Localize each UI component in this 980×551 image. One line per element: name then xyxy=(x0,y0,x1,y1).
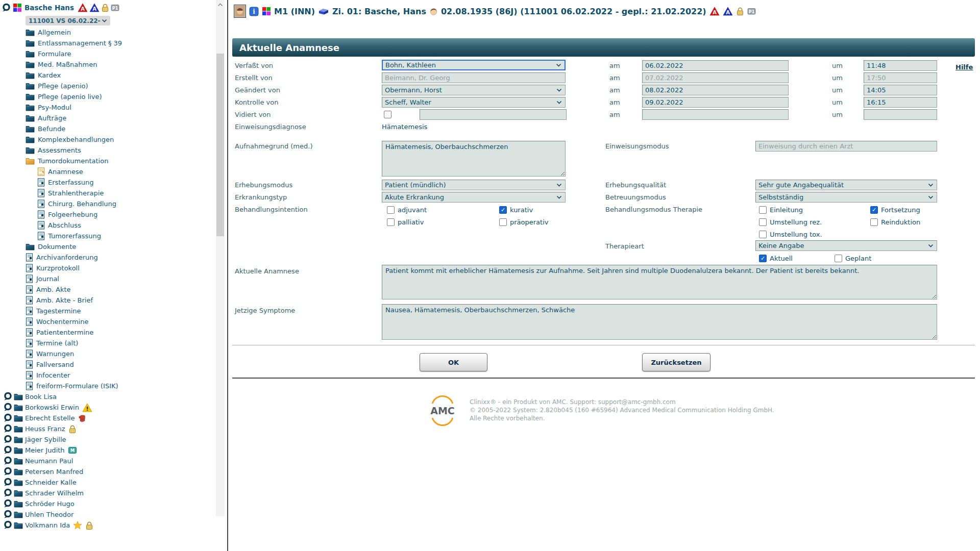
patient-row-petersen-manfred[interactable]: Petersen Manfred xyxy=(0,466,216,477)
sidebar-item-dokumente[interactable]: Dokumente xyxy=(0,241,216,252)
checkbox-palliativ[interactable]: palliativ xyxy=(387,218,424,226)
sidebar-item-patiententermine[interactable]: Patiententermine xyxy=(0,327,216,338)
sidebar-item-amb-akte-brief[interactable]: Amb. Akte - Brief xyxy=(0,295,216,306)
sidebar-item-strahlentherapie[interactable]: Strahlentherapie xyxy=(0,188,216,198)
am-label: am xyxy=(609,86,620,94)
sidebar-item-allgemein[interactable]: Allgemein xyxy=(0,27,216,38)
patient-row-ebrecht-estelle[interactable]: Ebrecht Estelle xyxy=(0,413,216,423)
sidebar-divider xyxy=(227,0,228,551)
aktuelle-anamnese-textarea[interactable] xyxy=(382,265,937,299)
patient-row-uhlen-theodor[interactable]: Uhlen Theodor xyxy=(0,509,216,520)
sidebar-item-label: Formulare xyxy=(38,50,71,58)
checkbox-umstellung-tox[interactable]: Umstellung tox. xyxy=(759,230,822,238)
checkbox-aktuell[interactable]: Aktuell xyxy=(759,254,793,262)
jetzige-symptome-textarea[interactable] xyxy=(382,304,937,340)
verfasst-select[interactable]: Bohn, Kathleen xyxy=(382,60,566,70)
folder-icon xyxy=(14,479,23,486)
patient-photo-icon[interactable] xyxy=(234,5,246,18)
betreuungsmodus-select[interactable]: Selbstständig xyxy=(755,192,937,203)
sidebar-item-kardex[interactable]: Kardex xyxy=(0,70,216,81)
sidebar-item-journal[interactable]: Journal xyxy=(0,273,216,284)
checkbox-kurativ[interactable]: kurativ xyxy=(499,206,533,214)
vidiert-date-input[interactable] xyxy=(642,109,789,120)
ok-button[interactable]: OK xyxy=(420,353,487,371)
sidebar-item-warnungen[interactable]: Warnungen xyxy=(0,348,216,359)
sidebar-item-termine-alt[interactable]: Termine (alt) xyxy=(0,338,216,348)
sidebar-item-wochentermine[interactable]: Wochentermine xyxy=(0,316,216,327)
sidebar-item-tumordokumentation[interactable]: Tumordokumentation xyxy=(0,156,216,166)
patient-row-neumann-paul[interactable]: Neumann Paul xyxy=(0,456,216,466)
sidebar-item-kurzprotokoll[interactable]: Kurzprotokoll xyxy=(0,263,216,273)
checkbox-adjuvant[interactable]: adjuvant xyxy=(387,206,427,214)
sidebar-item-befunde[interactable]: Befunde xyxy=(0,123,216,134)
patient-row-schneider-kalle[interactable]: Schneider Kalle xyxy=(0,477,216,488)
checkbox-fortsetzung[interactable]: Fortsetzung xyxy=(870,206,920,214)
geaendert-select[interactable]: Obermann, Horst xyxy=(382,85,566,95)
sidebar-item-archivanforderung[interactable]: Archivanforderung xyxy=(0,252,216,263)
patient-name: Jäger Sybille xyxy=(25,436,66,443)
folder-icon xyxy=(26,146,35,154)
help-link[interactable]: Hilfe xyxy=(955,63,973,71)
vidiert-time-input[interactable] xyxy=(864,109,937,120)
case-selector-dropdown[interactable]: 111001 VS 06.02.22- xyxy=(26,16,110,26)
sidebar-item-chirurg-behandlung[interactable]: Chirurg. Behandlung xyxy=(0,198,216,209)
sidebar-item-ersterfassung[interactable]: Ersterfassung xyxy=(0,177,216,188)
color-grid-icon[interactable] xyxy=(262,7,271,16)
verfasst-date-input[interactable] xyxy=(642,60,789,71)
checkbox-praeoperativ[interactable]: präoperativ xyxy=(499,218,548,226)
scrollbar-thumb[interactable] xyxy=(216,54,224,236)
patient-row-book-lisa[interactable]: Book Lisa xyxy=(0,391,216,402)
checkbox-einleitung[interactable]: Einleitung xyxy=(759,206,803,214)
sidebar-item-abschluss[interactable]: Abschluss xyxy=(0,220,216,231)
sidebar-item-psy-modul[interactable]: Psy-Modul xyxy=(0,102,216,113)
sidebar-item-komplexbehandlungen[interactable]: Komplexbehandlungen xyxy=(0,134,216,145)
patient-row-jäger-sybille[interactable]: Jäger Sybille xyxy=(0,434,216,445)
sidebar-item-tumorerfassung[interactable]: Tumorerfassung xyxy=(0,231,216,241)
sidebar-item-label: freiform-Formulare (ISIK) xyxy=(36,382,118,390)
sidebar-item-entlassmanagement-39[interactable]: Entlassmanagement § 39 xyxy=(0,38,216,48)
aufnahmegrund-textarea[interactable] xyxy=(382,141,566,177)
vidiert-label: Vidiert von xyxy=(235,111,271,118)
therapieart-select[interactable]: Keine Angabe xyxy=(755,240,937,251)
sidebar-item-folgeerhebung[interactable]: Folgeerhebung xyxy=(0,209,216,220)
checkbox-umstellung-rez[interactable]: Umstellung rez. xyxy=(759,218,822,226)
kontrolle-time-input[interactable] xyxy=(864,97,937,108)
kontrolle-select[interactable]: Scheff, Walter xyxy=(382,97,566,108)
patient-row-volkmann-ida[interactable]: Volkmann Ida xyxy=(0,520,216,531)
sidebar-item-med-maßnahmen[interactable]: Med. Maßnahmen xyxy=(0,59,216,70)
erhebungsmodus-select[interactable]: Patient (mündlich) xyxy=(382,180,566,190)
erkrankungstyp-select[interactable]: Akute Erkrankung xyxy=(382,192,566,203)
info-icon[interactable]: i xyxy=(249,7,259,16)
scroll-up-button[interactable] xyxy=(216,0,225,9)
sidebar-scrollbar[interactable] xyxy=(216,0,225,516)
allergy-warning-icon[interactable]: A xyxy=(709,7,720,16)
geaendert-time-input[interactable] xyxy=(864,85,937,95)
sidebar-item-fallversand[interactable]: Fallversand xyxy=(0,359,216,370)
geaendert-date-input[interactable] xyxy=(642,85,789,95)
reset-button[interactable]: Zurücksetzen xyxy=(642,353,710,371)
attention-warning-icon[interactable]: A xyxy=(723,7,733,16)
vidiert-checkbox[interactable] xyxy=(384,110,391,118)
sidebar-item-pflege-apenio-live[interactable]: Pflege (apenio live) xyxy=(0,91,216,102)
sidebar-item-freiform-formulare-isik[interactable]: freiform-Formulare (ISIK) xyxy=(0,381,216,391)
sidebar-patient-header[interactable]: Basche Hans A A P1 xyxy=(0,2,216,14)
patient-row-heuss-franz[interactable]: Heuss Franz xyxy=(0,423,216,434)
sidebar-item-amb-akte[interactable]: Amb. Akte xyxy=(0,284,216,295)
kontrolle-date-input[interactable] xyxy=(642,97,789,108)
erhebungsqualitaet-select[interactable]: Sehr gute Angabequalität xyxy=(755,180,937,190)
checkbox-geplant[interactable]: Geplant xyxy=(835,254,871,262)
sidebar-item-formulare[interactable]: Formulare xyxy=(0,48,216,59)
patient-row-borkowski-erwin[interactable]: Borkowski Erwin! xyxy=(0,402,216,413)
verfasst-time-input[interactable] xyxy=(864,60,937,71)
sidebar-item-infocenter[interactable]: Infocenter xyxy=(0,370,216,381)
sidebar-item-aufträge[interactable]: Aufträge xyxy=(0,113,216,123)
sidebar-item-anamnese[interactable]: Anamnese xyxy=(0,166,216,177)
patient-row-schrader-wilhelm[interactable]: Schrader Wilhelm xyxy=(0,488,216,498)
patient-row-meier-judith[interactable]: Meier JudithM xyxy=(0,445,216,456)
sidebar-item-assessments[interactable]: Assessments xyxy=(0,145,216,156)
checkbox-reinduktion[interactable]: Reinduktion xyxy=(870,218,920,226)
aktuelle-anamnese-label: Aktuelle Anamnese xyxy=(235,267,299,275)
patient-row-schröder-hugo[interactable]: Schröder Hugo xyxy=(0,498,216,509)
sidebar-item-pflege-apenio[interactable]: Pflege (apenio) xyxy=(0,81,216,91)
sidebar-item-tagestermine[interactable]: Tagestermine xyxy=(0,306,216,316)
